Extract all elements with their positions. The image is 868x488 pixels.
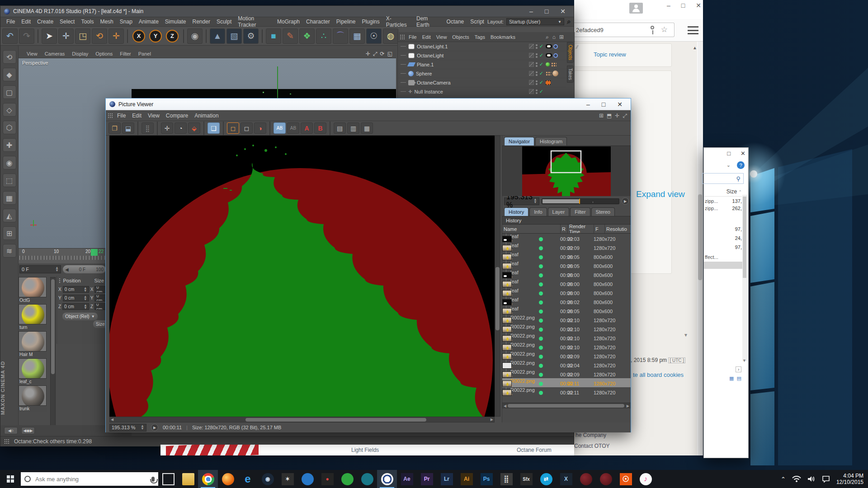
microphone-icon[interactable] [151,477,155,482]
c4d-menu-mesh[interactable]: Mesh [97,19,116,25]
side-tab-objects[interactable]: Objects [567,42,574,63]
size-column-header[interactable]: Size ⌃ [704,188,742,197]
enabled-check-icon[interactable]: ✓ [539,61,543,67]
taskbar-clock[interactable]: 4:04 PM 12/10/2015 [836,473,863,485]
om-menu-objects[interactable]: Objects [449,34,472,40]
c4d-titlebar[interactable]: CINEMA 4D R17.016 Studio (R17) - [leaf.c… [0,6,574,17]
history-row[interactable]: leaf *00:00:0026800x600 [502,279,631,288]
enable-dots[interactable] [536,44,538,49]
help-icon[interactable]: ? [737,161,745,169]
c4d-menu-dem-earth[interactable]: Dem Earth [413,15,443,28]
tab-histogram[interactable]: Histogram [535,137,567,145]
undo-icon[interactable]: ↶ [2,28,18,44]
expand-view-link[interactable]: Expand view [636,189,685,199]
taskbar-icon-task-view[interactable] [158,470,178,488]
object-toggles[interactable]: ✓ [529,80,543,85]
c4d-menu-snap[interactable]: Snap [117,19,136,25]
material-item[interactable]: OctG [19,277,47,303]
size-field[interactable]: 0 cm [94,295,106,301]
target-tag-icon[interactable] [553,44,558,49]
render-settings-icon[interactable]: ⚙ [243,28,259,44]
panel-drag-handle[interactable] [108,113,113,118]
texdots-tag-icon[interactable] [551,62,557,67]
mograph-cloner-icon[interactable]: ❖ [299,28,315,44]
object-toggles[interactable]: ✓ [529,43,543,49]
navigator-zoom-slider[interactable] [542,198,619,204]
c4d-menu-x-particles[interactable]: X-Particles [383,15,413,28]
taskbar-icon-file-explorer[interactable] [178,470,198,488]
history-row[interactable]: R0022.png *00:00:11221280x720 [502,378,631,387]
taskbar-icon-nero-1[interactable] [576,470,596,488]
ribbon-collapse-icon[interactable]: ⌄ [726,162,731,168]
history-row[interactable]: leaf *00:00:09221280x720 [502,243,631,252]
icons-view-icon[interactable]: ▤ [736,375,741,381]
fit-image-icon[interactable]: ◻ [227,122,239,134]
play-button[interactable]: ▶ [151,424,158,431]
explorer-maximize-button[interactable]: □ [727,150,731,157]
taskbar-icon-green-app[interactable] [337,470,357,488]
coordinate-space-dropdown[interactable]: Object (Rel)▼ [62,313,98,320]
delete-icon[interactable]: ⬙ [188,122,200,134]
cookies-link[interactable]: te all board cookies [633,371,684,378]
taskbar-icon-chrome[interactable] [198,470,218,488]
c4d-menu-plugins[interactable]: Plugins [359,19,382,25]
scroll-down-icon[interactable]: ▼ [684,333,688,338]
z-axis-lock-icon[interactable]: Z [166,30,179,42]
c4d-menu-file[interactable]: File [3,19,18,25]
material-pen-icon[interactable]: ✎ [283,28,298,44]
taskbar-icon-teal-app[interactable] [357,470,377,488]
object-toggles[interactable]: ✓ [529,70,543,76]
url-field[interactable]: 2efadced9 ☆ [574,23,675,37]
panel-drag-handle[interactable] [59,278,60,283]
camera-icon[interactable]: ☉ [366,28,382,44]
redo-icon[interactable]: ↷ [19,28,34,44]
texdots-tag-icon[interactable] [546,71,551,76]
convert-tool-icon[interactable]: ⟲ [3,50,16,64]
viewport-toggle-icon[interactable]: ◱ [387,51,392,57]
status-zoom-field[interactable]: 195.313 %▲▼ [109,424,146,432]
move-icon[interactable]: ✛ [161,122,173,134]
pv-menu-animation[interactable]: Animation [191,113,222,119]
history-row[interactable]: leaf *00:00:0026800x600 [502,288,631,297]
axis-mode-icon[interactable]: ⬚ [3,174,16,187]
file-name[interactable]: ffect... [705,254,718,260]
object-name[interactable]: Sphere [416,71,527,76]
details-view-icon[interactable]: ▦ [729,375,734,381]
render-canvas[interactable] [109,136,495,417]
visibility-toggle[interactable] [529,53,534,58]
object-toggles[interactable]: ✓ [529,52,543,58]
points-mode-icon[interactable]: ⬡ [3,121,16,134]
c4d-menu-sculpt[interactable]: Sculpt [213,19,235,25]
column-header-render-time[interactable]: Render Time [567,225,594,233]
taskbar-icon-cinema4d[interactable] [377,470,397,488]
viewport-menu-filter[interactable]: Filter [116,51,134,56]
tray-chevron-icon[interactable]: ⌃ [781,476,786,483]
light-icon[interactable]: ◍ [383,28,398,44]
go-to-start-button[interactable]: ◀○ [4,427,18,434]
search-input[interactable] [34,475,148,483]
scroll-up-icon[interactable]: ▲ [693,45,697,50]
last-tool-icon[interactable]: ✛ [108,28,124,44]
visibility-toggle[interactable] [529,62,534,67]
matsphere-tag-icon[interactable] [552,70,558,76]
light-tag-icon[interactable] [546,44,552,48]
set-a-icon[interactable]: A [301,122,313,134]
history-row[interactable]: R0022.png *00:00:09221280x720 [502,351,631,360]
c4d-menu-render[interactable]: Render [189,19,213,25]
scale-icon[interactable]: ◳ [75,28,90,44]
object-name[interactable]: Null Instance [414,89,526,94]
enable-dots[interactable] [536,62,538,67]
om-home-icon[interactable]: ⌂ [552,34,556,40]
fit-screen-icon[interactable]: ◻ [241,122,253,134]
quad-view-icon[interactable]: ▦ [361,122,373,134]
pv-titlebar[interactable]: Picture Viewer – □ ✕ [106,99,631,110]
column-header-name[interactable]: Name [502,225,560,233]
render-region-icon[interactable]: ▧ [226,28,242,44]
c4d-menu-simulate[interactable]: Simulate [162,19,189,25]
dock-icon[interactable]: ⬒ [607,113,612,119]
position-field[interactable]: 0 cm▲▼ [63,286,89,293]
canvas-hscrollbar[interactable]: ◀▶ [109,417,495,422]
layer-manager-icon[interactable]: ❏ [208,122,220,134]
viewport-menu-panel[interactable]: Panel [135,51,155,56]
live-selection-icon[interactable]: ➤ [42,28,57,44]
